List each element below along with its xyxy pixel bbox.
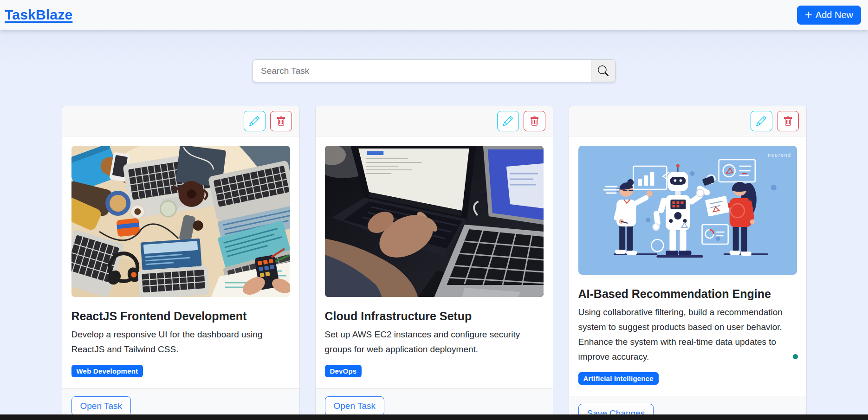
trash-icon xyxy=(276,116,286,126)
task-card-reactjs: ReactJS Frontend Development Develop a r… xyxy=(62,106,300,420)
add-new-button[interactable]: + Add New xyxy=(797,6,861,25)
card-actions-bar xyxy=(316,106,553,136)
add-new-label: Add New xyxy=(816,10,853,20)
task-description: Using collaborative filtering, build a r… xyxy=(578,305,792,364)
task-card-ai: neurond xyxy=(569,106,807,420)
task-description: Set up AWS EC2 instances and configure s… xyxy=(325,327,538,357)
image-watermark: neurond xyxy=(768,153,791,158)
card-actions-bar xyxy=(62,106,299,136)
task-image-developer-typing: DELL xyxy=(325,146,544,297)
task-image-team-workspace xyxy=(71,146,290,297)
category-badge: DevOps xyxy=(325,365,362,377)
task-title: Cloud Infrastructure Setup xyxy=(325,310,544,323)
status-dot xyxy=(793,354,798,359)
trash-icon xyxy=(783,116,793,126)
task-card-cloud: DELL xyxy=(315,106,553,420)
edit-task-button[interactable] xyxy=(751,111,772,131)
delete-task-button[interactable] xyxy=(270,111,292,131)
search-button[interactable] xyxy=(591,59,615,82)
category-badge: Web Development xyxy=(71,365,143,377)
app-logo-link[interactable]: TaskBlaze xyxy=(5,7,72,23)
edit-task-button[interactable] xyxy=(497,111,519,131)
task-image-ai-illustration: neurond xyxy=(578,146,797,275)
task-cards-row: ReactJS Frontend Development Develop a r… xyxy=(62,106,807,420)
card-body: DELL xyxy=(316,136,553,388)
delete-task-button[interactable] xyxy=(524,111,545,131)
card-actions-bar xyxy=(569,106,806,136)
search-input[interactable] xyxy=(253,59,591,82)
task-title: ReactJS Frontend Development xyxy=(71,310,290,323)
delete-task-button[interactable] xyxy=(777,111,799,131)
open-task-button[interactable]: Open Task xyxy=(325,396,384,416)
category-badge: Artificial Intelligence xyxy=(578,372,659,385)
bottom-screen-edge xyxy=(0,414,868,420)
open-task-button[interactable]: Open Task xyxy=(71,396,131,416)
pencil-icon xyxy=(249,116,259,126)
task-title: AI-Based Recommendation Engine xyxy=(578,287,797,301)
pencil-icon xyxy=(756,116,766,126)
card-body: neurond xyxy=(569,136,806,396)
trash-icon xyxy=(530,116,539,126)
search-bar xyxy=(253,59,615,82)
edit-task-button[interactable] xyxy=(244,111,266,131)
app-header: TaskBlaze + Add New xyxy=(0,0,868,30)
card-body: ReactJS Frontend Development Develop a r… xyxy=(62,136,299,388)
pencil-icon xyxy=(503,116,513,126)
task-description: Develop a responsive UI for the dashboar… xyxy=(71,327,285,357)
plus-icon: + xyxy=(805,10,812,19)
main-content: ReactJS Frontend Development Develop a r… xyxy=(0,30,868,420)
search-icon xyxy=(598,65,609,76)
